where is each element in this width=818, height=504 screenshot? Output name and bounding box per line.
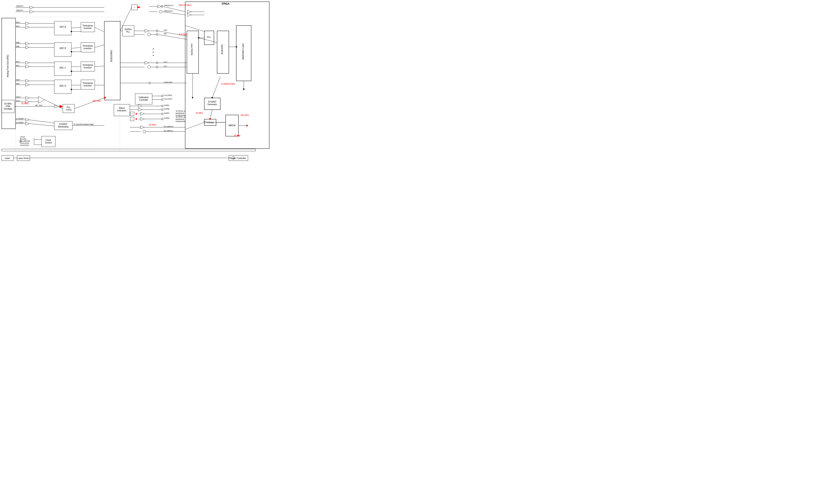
- freq-800-label: 800 MHz: [93, 100, 101, 102]
- caltrig-label: CALTRIG: [164, 94, 172, 96]
- xtal-label3: Oscillator: [4, 108, 13, 110]
- svg-line-117: [120, 7, 132, 31]
- div-ovrc: ÷: [132, 113, 133, 115]
- svg-marker-90: [145, 29, 149, 32]
- xtal-label: 50 MHz: [4, 103, 12, 105]
- sysref-plus-label: SYSREF+: [16, 118, 25, 120]
- pll-label: PLL: [207, 36, 211, 38]
- laser-label: Laser: [5, 157, 10, 159]
- ind-plus-label: IND+: [16, 79, 20, 81]
- svg-point-166: [143, 130, 146, 133]
- to-sync-label: To synchronization logic: [73, 123, 94, 125]
- svg-marker-56: [26, 83, 29, 86]
- svg-marker-41: [26, 42, 29, 45]
- svg-rect-92: [156, 30, 158, 32]
- timestamp-c-label: Timestamp: [82, 64, 93, 66]
- adc-d-label: ADC D: [59, 85, 66, 87]
- svg-marker-150: [136, 113, 137, 115]
- se-clk-label: SE_CLK: [35, 104, 43, 106]
- application-layer-label: Application Layer: [242, 43, 244, 60]
- timestamp-c-label2: Insertion: [84, 66, 92, 69]
- svg-marker-67: [26, 118, 29, 121]
- svg-marker-156: [136, 118, 137, 120]
- timestamp-b-label2: Insertion: [84, 47, 92, 50]
- svg-marker-158: [140, 117, 144, 120]
- svg-marker-119: [158, 5, 161, 8]
- d0-minus-label: D0−: [164, 33, 168, 35]
- sysref-gen-label: SYSREF: [208, 101, 216, 103]
- svg-line-78: [95, 66, 104, 67]
- timestamp-a-label2: Insertion: [84, 27, 92, 29]
- svg-line-73: [71, 47, 81, 48]
- freq-99-label: 9.9 Gbps: [179, 33, 188, 36]
- freq-309-label: 309.375 MHz: [179, 4, 191, 6]
- adc-a-label: ADC A: [60, 26, 66, 28]
- svg-rect-3: [54, 21, 71, 35]
- status-ind-label2: Indicators: [117, 109, 126, 112]
- tmstp-plus-label: TMSTP+: [16, 5, 24, 7]
- svg-line-71: [29, 124, 54, 126]
- svg-marker-35: [26, 22, 29, 25]
- fpga-label: FPGA: [222, 2, 230, 5]
- svg-rect-154: [162, 113, 163, 115]
- svg-rect-0: [185, 2, 269, 149]
- timestamp-a-label: Timestamp: [82, 24, 93, 27]
- div-ovrd: ÷: [132, 118, 133, 120]
- svg-marker-81: [70, 31, 72, 32]
- serdes-pll-label2: PLL: [126, 31, 130, 33]
- svg-rect-138: [162, 95, 163, 97]
- mmcm-label: MMCM: [229, 124, 235, 127]
- to-fpga-c-label2: peripheral: [176, 112, 184, 114]
- pll-vco-label2: +VCO: [66, 109, 72, 111]
- svg-marker-116: [138, 6, 140, 8]
- svg-line-72: [71, 27, 81, 28]
- to-fpga-d-label: To FPGA or: [176, 116, 186, 118]
- timestamp-b-label: Timestamp: [82, 45, 93, 47]
- xtal-label2: XTAL: [6, 105, 11, 107]
- trigout-plus-label: TRIGOUT+: [164, 4, 174, 7]
- svg-rect-18: [63, 104, 74, 113]
- freq-50b-label: 50 MHz: [196, 112, 203, 114]
- inb-minus-label: INB−: [16, 45, 20, 47]
- d7-plus-label: D7+: [164, 61, 168, 63]
- ovrd-label: OVRD: [164, 117, 170, 119]
- clock-ctrl-label: Clock: [46, 139, 51, 141]
- jesd204c-label: JESD204C: [221, 44, 223, 54]
- svg-rect-160: [162, 118, 163, 120]
- to-fpga-d-label3: component: [176, 120, 185, 122]
- inc-minus-label: INC−: [16, 64, 20, 67]
- sysref-gen-label2: Generator: [207, 103, 217, 106]
- svg-line-76: [95, 27, 104, 32]
- d0-plus-label: D0+: [164, 29, 168, 31]
- sysref-wind-label: SYSREF: [59, 123, 67, 125]
- svg-line-199: [212, 77, 220, 98]
- svg-marker-177: [60, 105, 63, 108]
- ina-plus-label: INA+: [16, 21, 20, 23]
- svg-marker-59: [26, 96, 29, 99]
- svg-marker-127: [187, 13, 192, 16]
- svg-line-169: [185, 122, 204, 129]
- svg-line-77: [95, 45, 104, 47]
- svg-marker-203: [237, 135, 241, 136]
- pllen-label: PLLEN: [20, 138, 26, 140]
- svg-marker-142: [138, 105, 142, 107]
- svg-line-179: [74, 98, 104, 109]
- ovra-label: OVRA: [164, 104, 169, 106]
- adc-b-label: ADC B: [60, 47, 66, 49]
- svg-marker-122: [187, 10, 192, 13]
- laser-driver-label: Laser Driver: [18, 157, 29, 159]
- svg-rect-113: [149, 82, 150, 84]
- trigout-minus-label: TRIGOUT−: [164, 10, 174, 12]
- svg-marker-83: [70, 51, 72, 53]
- to-fpga-d-label2: peripheral: [176, 118, 184, 120]
- d7-minus-label: D7−: [164, 65, 168, 67]
- svg-point-105: [148, 66, 150, 69]
- jesd204bc-label: JESD204B/C: [110, 50, 113, 62]
- svg-marker-170: [204, 122, 206, 123]
- svg-point-111: [153, 55, 154, 56]
- freq-50c-label: 50 MHz: [149, 124, 156, 126]
- svg-marker-47: [26, 61, 29, 64]
- svg-marker-100: [145, 61, 149, 64]
- svg-marker-70: [26, 122, 29, 125]
- pllrefo-plus-label: PLLREFO+: [164, 126, 174, 128]
